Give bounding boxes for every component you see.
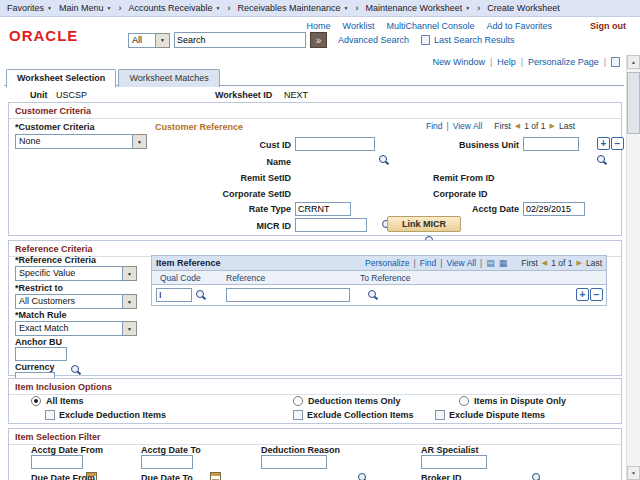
customer-criteria-select[interactable]: None ▼ xyxy=(15,134,147,149)
anchor-bu-input[interactable] xyxy=(15,347,67,361)
item-inclusion-section: Item Inclusion Options All Items Deducti… xyxy=(8,378,622,424)
scroll-down-button[interactable]: ▼ xyxy=(627,466,640,480)
last-link[interactable]: Last xyxy=(559,121,575,131)
help-link[interactable]: Help xyxy=(497,57,516,67)
tab-worksheet-selection[interactable]: Worksheet Selection xyxy=(6,69,116,88)
cust-id-input[interactable] xyxy=(295,137,375,151)
business-unit-lookup-icon[interactable] xyxy=(596,154,607,166)
download-grid-icon[interactable]: ▤ xyxy=(486,258,495,268)
rate-type-input[interactable] xyxy=(295,202,351,216)
chevron-down-icon: ▼ xyxy=(465,5,470,11)
home-link[interactable]: Home xyxy=(307,21,331,31)
scroll-up-button[interactable]: ▲ xyxy=(627,55,640,69)
grid-nav: Personalize Find View All ▤ ▦ First ◀ 1 … xyxy=(365,258,602,268)
deduction-reason-lookup-icon[interactable] xyxy=(357,472,368,480)
exclude-deduction-items-checkbox[interactable] xyxy=(45,410,55,420)
chevron-down-icon[interactable]: ▼ xyxy=(123,294,137,309)
deduction-items-only-radio[interactable] xyxy=(293,396,303,406)
exclude-dispute-items-checkbox[interactable] xyxy=(435,410,445,420)
micr-id-label: MICR ID xyxy=(159,221,291,231)
find-link[interactable]: Find xyxy=(420,258,437,268)
chevron-down-icon[interactable]: ▼ xyxy=(123,266,137,281)
sign-out-link[interactable]: Sign out xyxy=(590,21,626,31)
exclude-collection-items-checkbox[interactable] xyxy=(293,410,303,420)
separator xyxy=(440,258,442,268)
item-selection-filter-title: Item Selection Filter xyxy=(9,429,621,445)
deduction-items-only-label: Deduction Items Only xyxy=(308,396,401,406)
reference-criteria-select[interactable]: Specific Value ▼ xyxy=(15,266,137,281)
breadcrumb-item-favorites[interactable]: Favorites ▼ xyxy=(7,3,52,13)
acctg-date-to-input[interactable] xyxy=(141,455,193,469)
cust-id-lookup-icon[interactable] xyxy=(378,154,389,166)
unit-label: Unit xyxy=(30,90,48,100)
deduction-reason-input[interactable] xyxy=(261,455,327,469)
reference-lookup-icon[interactable] xyxy=(367,289,378,301)
multichannel-console-link[interactable]: MultiChannel Console xyxy=(386,21,474,31)
add-row-button[interactable]: + xyxy=(576,288,589,301)
first-link[interactable]: First xyxy=(521,258,538,268)
chevron-down-icon: ▼ xyxy=(216,5,221,11)
items-in-dispute-only-label: Items in Dispute Only xyxy=(474,396,566,406)
qual-code-lookup-icon[interactable] xyxy=(195,289,206,301)
items-in-dispute-only-radio[interactable] xyxy=(459,396,469,406)
worklist-link[interactable]: Worklist xyxy=(343,21,375,31)
first-link[interactable]: First xyxy=(494,121,511,131)
tab-worksheet-matches[interactable]: Worksheet Matches xyxy=(118,69,219,87)
search-input[interactable] xyxy=(174,32,306,48)
ar-specialist-input[interactable] xyxy=(421,455,487,469)
http-page-icon[interactable] xyxy=(611,57,620,67)
last-link[interactable]: Last xyxy=(586,258,602,268)
add-row-button[interactable]: + xyxy=(597,137,610,150)
business-unit-input[interactable] xyxy=(523,137,579,151)
corporate-id-label: Corporate ID xyxy=(433,189,488,199)
restrict-to-select[interactable]: All Customers ▼ xyxy=(15,294,137,309)
anchor-bu-label: Anchor BU xyxy=(15,337,62,347)
reference-input[interactable] xyxy=(226,288,350,302)
advanced-search-link[interactable]: Advanced Search xyxy=(338,35,409,45)
selected-value: Specific Value xyxy=(15,266,123,281)
delete-row-button[interactable]: − xyxy=(590,288,603,301)
search-scope-select[interactable]: All ▼ xyxy=(128,33,170,48)
previous-page-icon[interactable]: ◀ xyxy=(515,122,520,130)
link-micr-button[interactable]: Link MICR xyxy=(387,216,461,232)
new-window-link[interactable]: New Window xyxy=(432,57,485,67)
chevron-down-icon[interactable]: ▼ xyxy=(133,134,147,149)
zoom-grid-icon[interactable]: ▦ xyxy=(499,258,508,268)
reference-criteria-label: *Reference Criteria xyxy=(15,255,96,265)
personalize-page-link[interactable]: Personalize Page xyxy=(528,57,599,67)
chevron-down-icon[interactable]: ▼ xyxy=(123,321,137,336)
next-page-icon[interactable]: ▶ xyxy=(550,122,555,130)
acctg-date-input[interactable] xyxy=(523,202,585,216)
find-link[interactable]: Find xyxy=(426,121,443,131)
breadcrumb: Favorites ▼ Main Menu ▼ › Accounts Recei… xyxy=(0,0,640,17)
chevron-down-icon: ▼ xyxy=(47,5,52,11)
anchor-bu-lookup-icon[interactable] xyxy=(70,364,81,376)
last-search-results-link[interactable]: Last Search Results xyxy=(434,35,515,45)
acctg-date-from-input[interactable] xyxy=(31,455,83,469)
ar-specialist-lookup-icon[interactable] xyxy=(531,472,542,480)
exclude-deduction-items-label: Exclude Deduction Items xyxy=(59,410,166,420)
view-all-link[interactable]: View All xyxy=(446,258,476,268)
breadcrumb-item-maintenance-worksheet[interactable]: Maintenance Worksheet ▼ xyxy=(365,3,470,13)
add-to-favorites-link[interactable]: Add to Favorites xyxy=(486,21,552,31)
breadcrumb-item-receivables-maintenance[interactable]: Receivables Maintenance ▼ xyxy=(237,3,348,13)
qual-code-input[interactable] xyxy=(156,288,192,302)
next-page-icon[interactable]: ▶ xyxy=(577,259,582,267)
breadcrumb-label: Create Worksheet xyxy=(487,3,559,13)
search-go-button[interactable]: » xyxy=(310,32,327,48)
acctg-date-to-calendar-icon[interactable] xyxy=(210,472,221,480)
micr-id-input[interactable] xyxy=(295,218,367,232)
due-date-from-label: Due Date From xyxy=(31,473,95,480)
match-rule-select[interactable]: Exact Match ▼ xyxy=(15,321,137,336)
view-all-link[interactable]: View All xyxy=(453,121,483,131)
breadcrumb-label: Receivables Maintenance xyxy=(237,3,340,13)
breadcrumb-item-accounts-receivable[interactable]: Accounts Receivable ▼ xyxy=(128,3,220,13)
reference-criteria-section: Reference Criteria *Reference Criteria S… xyxy=(8,240,622,376)
personalize-link[interactable]: Personalize xyxy=(365,258,409,268)
scrollbar-thumb[interactable] xyxy=(627,72,640,134)
delete-row-button[interactable]: − xyxy=(611,137,624,150)
previous-page-icon[interactable]: ◀ xyxy=(542,259,547,267)
all-items-radio[interactable] xyxy=(31,396,41,406)
breadcrumb-item-main-menu[interactable]: Main Menu ▼ xyxy=(59,3,111,13)
chevron-down-icon[interactable]: ▼ xyxy=(156,33,170,48)
